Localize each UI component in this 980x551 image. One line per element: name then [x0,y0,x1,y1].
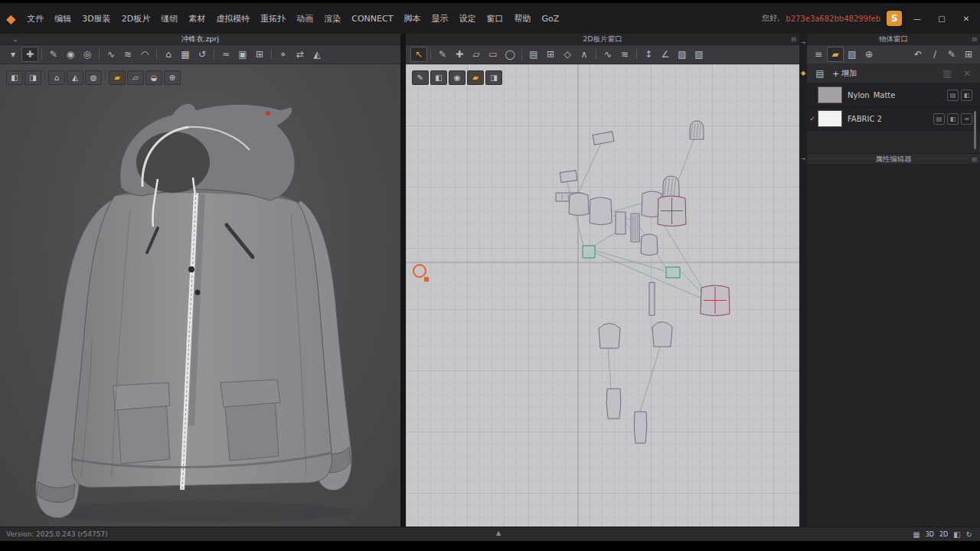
internal-polygon-tool-button[interactable]: ▤ [525,47,542,62]
viewport-camera-toggle-button[interactable]: ◧ [6,70,23,85]
pattern-piece[interactable] [701,285,730,316]
menu-item-10[interactable]: CONNECT [346,14,398,24]
rectangle-tool-button[interactable]: ▭ [485,47,501,62]
wind-tool-button[interactable]: ≈ [217,47,234,62]
pattern-piece[interactable] [663,176,679,197]
quick-fabric-icon[interactable]: ◆ [799,69,807,78]
texture-editor-tool-button[interactable]: ▨ [674,47,691,62]
menu-item-5[interactable]: 素材 [183,13,211,24]
row-action-icon[interactable]: ▤ [933,113,945,125]
snapshot-icon[interactable]: ◧ [953,530,960,539]
add-fabric-button[interactable]: + 增加 [832,68,857,79]
segment-sew-tool-button[interactable]: ∿ [103,47,119,62]
pattern-piece[interactable] [641,234,658,256]
add-point-tool-button[interactable]: ✚ [451,47,468,62]
pattern-piece[interactable] [649,282,655,315]
tape-tool-button[interactable]: ⇄ [292,47,309,62]
trim-tab-button[interactable]: ⊕ [861,47,877,62]
pattern-piece[interactable] [631,214,639,242]
maximize-button[interactable]: □ [933,11,951,25]
circle-tool-button[interactable]: ◯ [501,47,518,62]
scene-list-tab-button[interactable]: ≡ [810,47,827,62]
seam-line[interactable] [640,345,661,412]
free-sew-tool-button[interactable]: ≋ [119,47,136,62]
annotation-tool-button[interactable]: ▧ [691,47,707,62]
internal-rect-tool-button[interactable]: ⊞ [542,47,559,62]
pattern-piece[interactable] [690,121,704,139]
ruler-tool-button[interactable]: ∠ [657,47,674,62]
fabric-tab-button[interactable]: ▰ [827,47,844,62]
show-arrangement-toggle-button[interactable]: ◭ [67,70,83,85]
show-grid-toggle-button[interactable]: ◨ [485,70,502,85]
collapse-object-panel-icon[interactable]: → [799,38,807,47]
document-tab[interactable]: ⌄ 冲锋衣.zprj [0,34,400,45]
view-dropdown-button[interactable]: ▾ [5,47,21,62]
transform-pattern-tool-button[interactable]: ↖ [410,47,427,62]
panel-pin-icon[interactable]: ⊟ [972,156,977,163]
mesh-tool-button[interactable]: ⊞ [251,47,268,62]
free-seam-tool-button[interactable]: ≋ [616,47,633,62]
edit-pattern-tool-button[interactable]: ✎ [434,47,451,62]
badge-3d[interactable]: 3D [926,531,934,538]
pin-tool-button[interactable]: ◉ [62,47,79,62]
panel-pin-icon[interactable]: ⊟ [791,36,796,43]
arrange-points-tool-button[interactable]: ▦ [177,47,194,62]
reset-arrange-tool-button[interactable]: ↺ [194,47,211,62]
menu-item-4[interactable]: 缝纫 [155,13,183,24]
account-icon[interactable]: S [887,11,902,26]
texture-tab-button[interactable]: ▨ [844,47,861,62]
menu-item-11[interactable]: 脚本 [398,13,426,24]
show-fabric-toggle-button[interactable]: ▰ [467,70,484,85]
pattern-piece[interactable] [590,197,612,225]
menu-item-8[interactable]: 动画 [291,13,318,24]
gizmo-move-tool-button[interactable]: ✚ [21,47,38,62]
panel-divider[interactable] [400,34,406,527]
menu-item-2[interactable]: 3D服装 [77,13,116,24]
show-avatar-toggle-button[interactable]: ⌂ [48,70,65,85]
solidify-tool-button[interactable]: ▣ [234,47,251,62]
fabric-list-item[interactable]: Nylon_Matte▤◧ [807,83,980,107]
seam-line[interactable] [662,221,706,294]
collapse-property-panel-icon[interactable]: → [799,155,807,164]
pattern-piece[interactable] [606,389,621,419]
show-pattern-toggle-button[interactable]: ◧ [430,70,447,85]
viewport-3d[interactable]: ◧◨⌂◭◍▰▱◒⊕ [0,64,400,527]
menu-item-15[interactable]: 帮助 [508,13,536,24]
menu-item-9[interactable]: 渲染 [318,13,346,24]
pose-tool-button[interactable]: ◭ [309,47,325,62]
grid-view-button[interactable]: ⊞ [960,47,977,62]
segment-seam-tool-button[interactable]: ∿ [599,47,616,62]
pattern-piece[interactable] [593,132,614,145]
row-action-icon[interactable]: ▤ [947,90,959,101]
layout-icon[interactable]: ▦ [913,530,920,539]
divide-tool-button[interactable]: ∕ [926,47,943,62]
fabric-list-item[interactable]: ✓FABRIC 2▤◧≡ [807,107,980,131]
menu-item-16[interactable]: GoZ [536,14,564,24]
show-environment-toggle-button[interactable]: ⊕ [164,70,181,85]
pattern-piece[interactable] [583,246,595,258]
pattern-piece[interactable] [634,412,647,443]
sync-icon[interactable]: ↻ [966,530,972,539]
pattern-piece[interactable] [652,322,672,347]
measure-tool-button[interactable]: ⌖ [275,47,292,62]
menu-item-13[interactable]: 设定 [453,13,481,24]
pattern-piece[interactable] [616,212,626,234]
menu-item-7[interactable]: 重拓扑 [255,13,291,24]
fabric-thumbnail-button[interactable]: ▤ [812,66,828,81]
dart-tool-button[interactable]: ◇ [559,47,576,62]
pattern-piece[interactable] [560,171,577,183]
menu-item-14[interactable]: 窗口 [481,13,508,24]
menu-item-3[interactable]: 2D板片 [116,13,155,24]
pattern-info-toggle-button[interactable]: ◉ [449,70,466,85]
row-action-icon[interactable]: ◧ [961,90,972,101]
panel-scrollbar[interactable] [974,111,976,149]
menu-item-0[interactable]: 文件 [21,13,49,24]
row-action-icon[interactable]: ◧ [947,113,959,125]
edit-pen-button[interactable]: ✎ [943,47,960,62]
undo-arrow-button[interactable]: ↶ [910,47,926,62]
viewport-2d[interactable]: ✎◧◉▰◨ [406,64,799,527]
show-silhouette-toggle-button[interactable]: ◒ [145,70,162,85]
menu-item-12[interactable]: 显示 [426,13,453,24]
tack-tool-button[interactable]: ◎ [79,47,96,62]
grainline-tool-button[interactable]: ↕ [640,47,657,62]
